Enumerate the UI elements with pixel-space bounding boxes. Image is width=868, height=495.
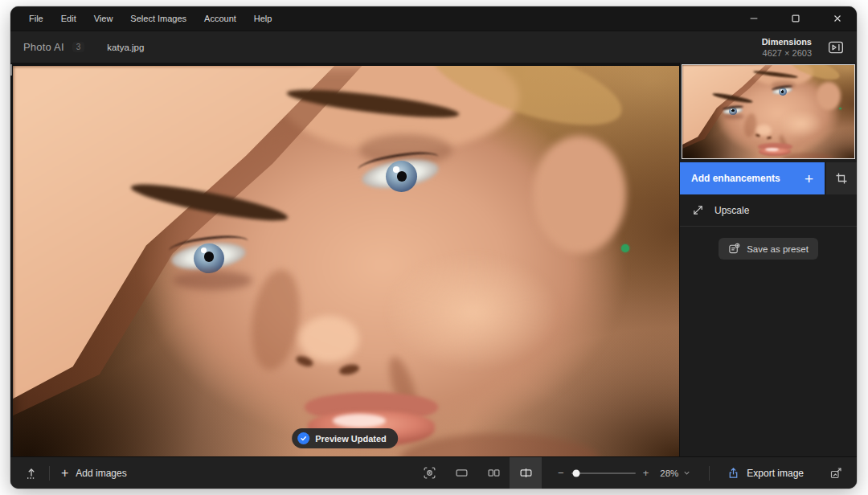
photo-layer-right-pupil	[397, 171, 407, 181]
split-view-icon	[519, 466, 533, 480]
app-window: File Edit View Select Images Account Hel…	[10, 6, 857, 489]
panel-toggle-icon[interactable]	[826, 39, 845, 56]
tab-bar: Photo AI 3 katya.jpg Dimensions 4627 × 2…	[10, 31, 857, 63]
side-by-side-view-icon	[487, 466, 501, 480]
crop-button[interactable]	[826, 162, 857, 194]
toast-label: Preview Updated	[315, 434, 387, 444]
menu-bar: File Edit View Select Images Account Hel…	[10, 6, 857, 31]
photo-layer-cheek	[386, 253, 559, 370]
canvas-photo	[13, 66, 679, 456]
toolbar-divider	[49, 466, 50, 481]
chevron-down-icon	[682, 468, 691, 477]
preset-row: Save as preset	[680, 227, 857, 271]
save-as-preset-label: Save as preset	[747, 244, 809, 254]
zoom-level-value: 28%	[660, 468, 678, 478]
single-view-icon	[455, 466, 469, 480]
menu-select-images[interactable]: Select Images	[121, 6, 195, 31]
menu-help[interactable]: Help	[245, 6, 281, 31]
focus-view-icon	[423, 466, 436, 480]
plus-icon: +	[805, 171, 813, 186]
photo-layer-undereye	[723, 114, 744, 119]
minimize-icon[interactable]	[747, 12, 760, 25]
tab-katya-jpg[interactable]: katya.jpg	[107, 43, 144, 52]
add-images-button[interactable]: + Add images	[56, 467, 132, 480]
crop-icon	[835, 172, 848, 185]
preview-updated-toast: Preview Updated	[292, 428, 398, 448]
zoom-out-button[interactable]: −	[558, 468, 564, 478]
menu-file[interactable]: File	[20, 6, 52, 31]
maximize-icon[interactable]	[789, 12, 802, 25]
view-mode-split[interactable]	[510, 457, 542, 489]
toolbar-divider	[709, 466, 710, 481]
zoom-slider[interactable]	[571, 472, 636, 474]
add-images-label: Add images	[76, 468, 126, 479]
sidebar-empty-space	[680, 271, 857, 456]
add-enhancements-button[interactable]: Add enhancements +	[680, 162, 825, 194]
photo-layer-lip-gloss	[333, 414, 386, 428]
upload-icon	[25, 467, 38, 480]
right-sidebar: Add enhancements + Upscale	[679, 63, 857, 456]
zoom-in-button[interactable]: +	[643, 468, 649, 478]
dimensions-readout: Dimensions 4627 × 2603	[762, 36, 812, 59]
save-as-preset-button[interactable]: Save as preset	[719, 238, 818, 260]
view-mode-focus[interactable]	[413, 457, 445, 489]
view-mode-side-by-side[interactable]	[477, 457, 510, 489]
zoom-slider-group: − +	[558, 468, 649, 478]
view-mode-group	[413, 457, 542, 489]
window-controls	[747, 6, 844, 31]
queue-count-badge: 3	[72, 42, 85, 52]
export-image-label: Export image	[747, 468, 804, 479]
share-export-icon	[727, 467, 739, 479]
close-icon[interactable]	[831, 12, 844, 25]
check-icon	[297, 432, 309, 444]
view-mode-single[interactable]	[445, 457, 477, 489]
dimensions-label: Dimensions	[762, 36, 812, 47]
plus-icon: +	[61, 467, 68, 480]
photo-layer-temple	[817, 82, 841, 110]
canvas-edge-tick	[10, 64, 12, 76]
add-enhancements-label: Add enhancements	[691, 173, 805, 184]
app-title: Photo AI	[23, 41, 64, 53]
export-image-button[interactable]: Export image	[727, 467, 804, 479]
preset-icon	[728, 243, 740, 255]
upscale-label: Upscale	[714, 205, 749, 216]
open-external-button[interactable]	[825, 462, 847, 485]
export-queue-button[interactable]	[20, 462, 43, 485]
canvas-photo	[682, 65, 854, 158]
main-area: Preview Updated	[10, 63, 857, 456]
menu-view[interactable]: View	[85, 6, 122, 31]
upscale-item[interactable]: Upscale	[680, 194, 857, 227]
zoom-level-dropdown[interactable]: 28%	[660, 468, 691, 478]
thumbnail[interactable]	[682, 64, 855, 159]
image-canvas[interactable]: Preview Updated	[10, 63, 679, 456]
upscale-icon	[692, 204, 704, 216]
dimensions-value: 4627 × 2603	[762, 47, 812, 59]
photo-layer-nose-tip	[299, 316, 359, 362]
zoom-slider-handle[interactable]	[573, 469, 580, 477]
photo-layer-temple	[533, 136, 626, 253]
menu-account[interactable]: Account	[195, 6, 245, 31]
bottom-toolbar: + Add images	[10, 456, 857, 489]
menu-edit[interactable]: Edit	[52, 6, 85, 31]
open-external-icon	[829, 467, 842, 480]
enhancements-row: Add enhancements +	[680, 162, 857, 194]
photo-layer-earring	[621, 244, 629, 252]
